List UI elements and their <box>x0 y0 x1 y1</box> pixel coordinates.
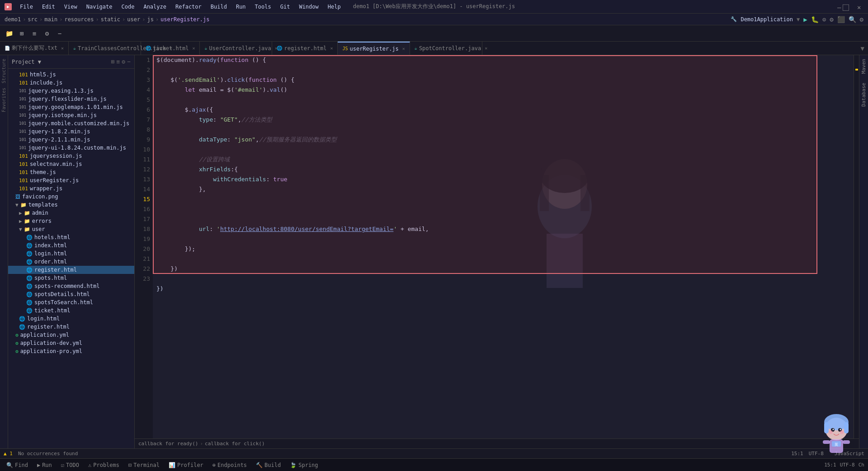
file-wrapper[interactable]: 101 wrapper.js <box>8 184 134 193</box>
folder-templates[interactable]: ▼ 📁 templates <box>8 201 134 209</box>
tab-4[interactable]: 🌐 register.html ✕ <box>272 42 338 55</box>
database-panel-tab[interactable]: Database <box>861 83 867 107</box>
run-config-name[interactable]: Demo1Application <box>741 16 793 23</box>
menu-file[interactable]: File <box>16 3 37 11</box>
warning-count[interactable]: ▲ 1 <box>4 451 13 457</box>
tab-3[interactable]: ☕ UserController.java ✕ <box>200 42 272 55</box>
tab-1[interactable]: ☕ TrainClassesController.java ✕ <box>69 42 141 55</box>
run-config-dropdown[interactable]: ▼ <box>797 16 800 23</box>
folder-admin[interactable]: ▶ 📁 admin <box>8 209 134 217</box>
search-everywhere-button[interactable]: 🔍 <box>849 16 856 23</box>
file-jquery-easing[interactable]: 101 jquery.easing.1.3.js <box>8 87 134 95</box>
tab-close-5[interactable]: ✕ <box>402 46 405 51</box>
menu-window[interactable]: Window <box>295 3 322 11</box>
file-order[interactable]: 🌐 order.html <box>8 258 134 266</box>
file-register-selected[interactable]: 🌐 register.html <box>8 266 134 274</box>
file-spotsdetails[interactable]: 🌐 spotsDetails.html <box>8 290 134 298</box>
file-jquery-211[interactable]: 101 jquery-2.1.1.min.js <box>8 136 134 144</box>
toolbar-icon-2[interactable]: ⊞ <box>16 28 27 39</box>
menu-code[interactable]: Code <box>118 3 138 11</box>
breadcrumb-demo1[interactable]: demo1 <box>5 16 21 23</box>
file-jquerysession[interactable]: 101 jquerysession.js <box>8 152 134 160</box>
problems-panel-tab[interactable]: ⚠ Problems <box>85 462 122 468</box>
breadcrumb-static[interactable]: static <box>101 16 120 23</box>
file-application-dev-yml[interactable]: ⚙ application-dev.yml <box>8 339 134 347</box>
endpoints-panel-tab[interactable]: ⊕ Endpoints <box>210 462 250 468</box>
breadcrumb-src[interactable]: src <box>28 16 38 23</box>
encoding[interactable]: UTF-8 <box>809 451 824 457</box>
tab-6[interactable]: ☕ SpotController.java ✕ <box>410 42 482 55</box>
profiler-panel-tab[interactable]: 📊 Profiler <box>166 462 206 468</box>
file-register-root[interactable]: 🌐 register.html <box>8 323 134 331</box>
file-login-root[interactable]: 🌐 login.html <box>8 315 134 323</box>
breadcrumb-file[interactable]: userRegister.js <box>160 16 209 23</box>
language[interactable]: JavaScript <box>835 451 864 457</box>
spring-panel-tab[interactable]: 🍃 Spring <box>287 462 321 468</box>
stop-button[interactable]: ⬛ <box>837 16 845 23</box>
file-spots-recommend[interactable]: 🌐 spots-recommend.html <box>8 282 134 290</box>
structure-panel[interactable]: Structure <box>0 57 7 85</box>
menu-run[interactable]: Run <box>232 3 250 11</box>
menu-analyze[interactable]: Analyze <box>140 3 170 11</box>
terminal-panel-tab[interactable]: ⊡ Terminal <box>126 462 162 468</box>
close-button[interactable]: ✕ <box>857 4 863 10</box>
file-jquery-182[interactable]: 101 jquery-1.8.2.min.js <box>8 127 134 136</box>
run-panel-tab[interactable]: ▶ Run <box>34 462 55 468</box>
file-theme[interactable]: 101 theme.js <box>8 168 134 176</box>
tab-close-4[interactable]: ✕ <box>330 46 333 51</box>
run-button[interactable]: ▶ <box>803 16 807 23</box>
menu-refactor[interactable]: Refactor <box>172 3 205 11</box>
file-favicon[interactable]: 🖼 favicon.png <box>8 193 134 201</box>
intention-bulb-icon[interactable]: 💡 <box>153 204 154 214</box>
favorites-panel[interactable]: Favorites <box>0 86 7 114</box>
build-button[interactable]: ⚙ <box>830 16 833 23</box>
file-application-yml[interactable]: ⚙ application.yml <box>8 331 134 339</box>
folder-errors[interactable]: ▶ 📁 errors <box>8 217 134 225</box>
file-hotels[interactable]: 🌐 hotels.html <box>8 233 134 241</box>
window-controls[interactable]: — ⃞ ✕ <box>837 4 863 10</box>
sidebar-icon-4[interactable]: − <box>127 58 131 65</box>
file-ticket[interactable]: 🌐 ticket.html <box>8 306 134 315</box>
debug-button[interactable]: 🐛 <box>811 16 819 23</box>
file-jquery-googlemaps[interactable]: 101 jquery.googlemaps.1.01.min.js <box>8 103 134 111</box>
settings-button[interactable]: ⚙ <box>860 16 863 23</box>
folder-user[interactable]: ▼ 📁 user <box>8 225 134 233</box>
file-login-html[interactable]: 🌐 login.html <box>8 250 134 258</box>
file-index[interactable]: 🌐 index.html <box>8 241 134 250</box>
tab-5[interactable]: JS userRegister.js ✕ <box>338 42 410 55</box>
breadcrumb-resources[interactable]: resources <box>64 16 94 23</box>
file-application-pro-yml[interactable]: ⚙ application-pro.yml <box>8 347 134 355</box>
file-jquery-flexslider[interactable]: 101 jquery.flexslider-min.js <box>8 95 134 103</box>
find-panel-tab[interactable]: 🔍 Find <box>4 462 31 468</box>
tab-close-6[interactable]: ✕ <box>485 46 487 51</box>
breadcrumb-user[interactable]: user <box>127 16 140 23</box>
file-spotstosearch[interactable]: 🌐 spotsToSearch.html <box>8 298 134 306</box>
menu-view[interactable]: View <box>61 3 81 11</box>
menu-navigate[interactable]: Navigate <box>83 3 116 11</box>
tab-0[interactable]: 📄 剩下什么要写.txt ✕ <box>0 42 69 55</box>
file-jquery-mobile[interactable]: 101 jquery.mobile.customized.min.js <box>8 119 134 127</box>
sidebar-icon-1[interactable]: ⊞ <box>111 58 115 65</box>
tab-2[interactable]: 🌐 ticket.html ✕ <box>141 42 200 55</box>
project-panel-button[interactable]: 📁 <box>4 28 14 39</box>
breadcrumb-js[interactable]: js <box>147 16 153 23</box>
file-userregister[interactable]: 101 userRegister.js <box>8 176 134 184</box>
file-selectnav[interactable]: 101 selectnav.min.js <box>8 160 134 168</box>
file-includejs[interactable]: 101 include.js <box>8 79 134 87</box>
menu-edit[interactable]: Edit <box>38 3 59 11</box>
file-html5js[interactable]: 101 html5.js <box>8 71 134 79</box>
file-jquery-isotope[interactable]: 101 jquery.isotope.min.js <box>8 111 134 119</box>
tab-close-2[interactable]: ✕ <box>192 46 195 51</box>
toolbar-icon-4[interactable]: ⚙ <box>42 28 52 39</box>
coverage-button[interactable]: ⊙ <box>822 16 826 23</box>
code-editor[interactable]: 1 2 3 4 5 6 7 8 9 10 11 12 13 14 15 16 1… <box>135 55 859 438</box>
sidebar-icon-3[interactable]: ⚙ <box>122 58 125 65</box>
minimize-button[interactable]: — <box>837 4 844 10</box>
tab-overflow-button[interactable]: ▼ <box>861 45 864 52</box>
file-jquery-ui[interactable]: 101 jquery-ui-1.8.24.custom.min.js <box>8 144 134 152</box>
menu-bar[interactable]: ▶ File Edit View Navigate Code Analyze R… <box>5 3 344 11</box>
menu-git[interactable]: Git <box>277 3 294 11</box>
maximize-button[interactable]: ⃞ <box>847 4 854 10</box>
scrollbar-track[interactable] <box>854 55 859 438</box>
code-content[interactable]: ⌄ $(document).ready(function () { ⌄ $('.… <box>153 55 854 438</box>
